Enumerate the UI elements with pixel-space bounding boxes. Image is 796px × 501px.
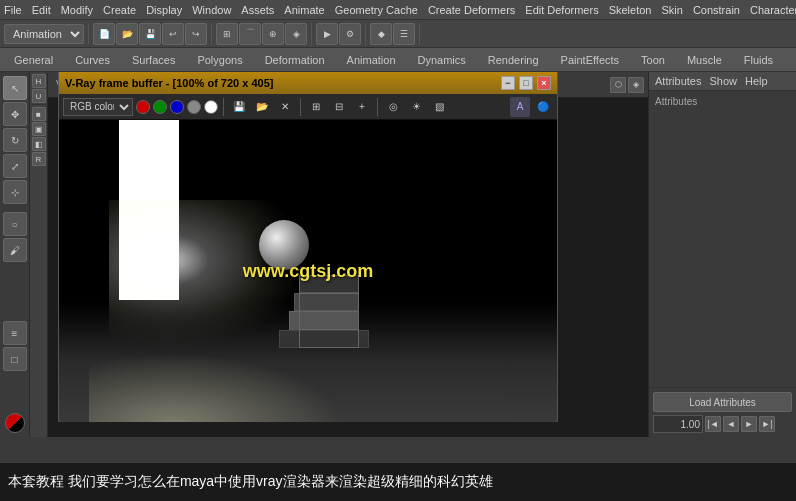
tab-general[interactable]: General	[4, 49, 63, 71]
redo-button[interactable]: ↪	[185, 23, 207, 45]
nav-first-button[interactable]: |◄	[705, 416, 721, 432]
vray-close-button[interactable]: ×	[537, 76, 551, 90]
menu-geocache[interactable]: Geometry Cache	[335, 4, 418, 16]
menu-constrain[interactable]: Constrain	[693, 4, 740, 16]
tab-animation[interactable]: Animation	[337, 49, 406, 71]
vray-red-swatch[interactable]	[136, 100, 150, 114]
render-scene: www.cgtsj.com	[59, 120, 557, 422]
vray-info-button[interactable]: 🔵	[533, 97, 553, 117]
menu-animate[interactable]: Animate	[284, 4, 324, 16]
menu-window[interactable]: Window	[192, 4, 231, 16]
nav-last-button[interactable]: ►|	[759, 416, 775, 432]
animation-mode-dropdown[interactable]: Animation Modeling Rigging Rendering	[4, 24, 84, 44]
open-scene-button[interactable]: 📂	[116, 23, 138, 45]
tab-deformation[interactable]: Deformation	[255, 49, 335, 71]
menu-display[interactable]: Display	[146, 4, 182, 16]
tab-curves[interactable]: Curves	[65, 49, 120, 71]
attribute-value-input[interactable]	[653, 415, 703, 433]
tab-toon[interactable]: Toon	[631, 49, 675, 71]
main-content: ↖ ✥ ↻ ⤢ ⊹ ○ 🖌 ≡ □ H U ■ ▣ ◧ R View Shad …	[0, 72, 796, 437]
vray-grey-swatch[interactable]	[187, 100, 201, 114]
nav-prev-button[interactable]: ◄	[723, 416, 739, 432]
tab-muscle[interactable]: Muscle	[677, 49, 732, 71]
universal-manip-button[interactable]: ⊹	[3, 180, 27, 204]
vray-toolbar: RGB color 💾 📂 ✕ ⊞ ⊟ + ◎ ☀ ▧	[59, 94, 557, 120]
viewport-icon2[interactable]: ◈	[628, 77, 644, 93]
menu-create[interactable]: Create	[103, 4, 136, 16]
tb2-btn-1[interactable]: H	[32, 74, 46, 88]
attr-tab-help[interactable]: Help	[745, 75, 768, 87]
paint-tool-button[interactable]: 🖌	[3, 238, 27, 262]
vray-correction-button[interactable]: ▧	[429, 97, 449, 117]
viewport-icon1[interactable]: ⬡	[610, 77, 626, 93]
menu-file[interactable]: File	[4, 4, 22, 16]
vray-blue-swatch[interactable]	[170, 100, 184, 114]
menu-skeleton[interactable]: Skeleton	[609, 4, 652, 16]
menu-skin[interactable]: Skin	[661, 4, 682, 16]
timeline-button[interactable]: ☰	[393, 23, 415, 45]
snap-curve-button[interactable]: ⌒	[239, 23, 261, 45]
attr-tab-attributes[interactable]: Attributes	[655, 75, 701, 87]
vray-save-button[interactable]: 💾	[229, 97, 249, 117]
vray-clear-button[interactable]: ✕	[275, 97, 295, 117]
vray-regions-button[interactable]: ⊟	[329, 97, 349, 117]
vray-load-button[interactable]: 📂	[252, 97, 272, 117]
rotate-tool-button[interactable]: ↻	[3, 128, 27, 152]
menu-assets[interactable]: Assets	[241, 4, 274, 16]
move-tool-button[interactable]: ✥	[3, 102, 27, 126]
display-layer-button[interactable]: ≡	[3, 321, 27, 345]
menu-edit[interactable]: Edit	[32, 4, 51, 16]
vray-minimize-button[interactable]: −	[501, 76, 515, 90]
toolbar-group-render: ▶ ⚙	[316, 23, 366, 45]
select-tool-button[interactable]: ↖	[3, 76, 27, 100]
tab-fluids[interactable]: Fluids	[734, 49, 783, 71]
tb2-btn-4[interactable]: ▣	[32, 122, 46, 136]
tb2-btn-6[interactable]: R	[32, 152, 46, 166]
vray-pixel-info-button[interactable]: +	[352, 97, 372, 117]
scale-tool-button[interactable]: ⤢	[3, 154, 27, 178]
tab-polygons[interactable]: Polygons	[187, 49, 252, 71]
render-current-button[interactable]: ▶	[316, 23, 338, 45]
keyframe-button[interactable]: ◆	[370, 23, 392, 45]
snap-point-button[interactable]: ⊕	[262, 23, 284, 45]
tab-painteffects[interactable]: PaintEffects	[551, 49, 630, 71]
undo-button[interactable]: ↩	[162, 23, 184, 45]
new-scene-button[interactable]: 📄	[93, 23, 115, 45]
vray-frame-buffer-window: V-Ray frame buffer - [100% of 720 x 405]…	[58, 72, 558, 422]
save-scene-button[interactable]: 💾	[139, 23, 161, 45]
vray-lens-button[interactable]: ◎	[383, 97, 403, 117]
vray-maximize-button[interactable]: □	[519, 76, 533, 90]
render-block-4	[279, 330, 369, 348]
snap-grid-button[interactable]: ⊞	[216, 23, 238, 45]
vray-compare-button[interactable]: ⊞	[306, 97, 326, 117]
vray-exposure-button[interactable]: ☀	[406, 97, 426, 117]
render-settings-button[interactable]: ⚙	[339, 23, 361, 45]
soft-select-button[interactable]: ○	[3, 212, 27, 236]
channel-box-button[interactable]: □	[3, 347, 27, 371]
vray-settings-button[interactable]: A	[510, 97, 530, 117]
tb2-btn-3[interactable]: ■	[32, 107, 46, 121]
vray-white-swatch[interactable]	[204, 100, 218, 114]
menu-modify[interactable]: Modify	[61, 4, 93, 16]
tab-rendering[interactable]: Rendering	[478, 49, 549, 71]
attr-tab-show[interactable]: Show	[709, 75, 737, 87]
vray-green-swatch[interactable]	[153, 100, 167, 114]
tb2-btn-5[interactable]: ◧	[32, 137, 46, 151]
menu-create-deformers[interactable]: Create Deformers	[428, 4, 515, 16]
nav-next-button[interactable]: ►	[741, 416, 757, 432]
vray-render-canvas: www.cgtsj.com	[59, 120, 557, 422]
tab-dynamics[interactable]: Dynamics	[408, 49, 476, 71]
tb2-btn-2[interactable]: U	[32, 89, 46, 103]
load-attributes-button[interactable]: Load Attributes	[653, 392, 792, 412]
tab-fur[interactable]: Fur	[785, 49, 796, 71]
menu-character[interactable]: Character	[750, 4, 796, 16]
menu-edit-deformers[interactable]: Edit Deformers	[525, 4, 598, 16]
vray-titlebar-controls: − □ ×	[501, 76, 551, 90]
tab-surfaces[interactable]: Surfaces	[122, 49, 185, 71]
subtitle-bar: 本套教程 我们要学习怎么在maya中使用vray渲染器来渲染超级精细的科幻英雄	[0, 463, 796, 501]
snap-surface-button[interactable]: ◈	[285, 23, 307, 45]
vray-window-title: V-Ray frame buffer - [100% of 720 x 405]	[65, 77, 273, 89]
left-toolbar: ↖ ✥ ↻ ⤢ ⊹ ○ 🖌 ≡ □	[0, 72, 30, 437]
vray-titlebar[interactable]: V-Ray frame buffer - [100% of 720 x 405]…	[59, 72, 557, 94]
vray-channel-dropdown[interactable]: RGB color	[63, 98, 133, 116]
